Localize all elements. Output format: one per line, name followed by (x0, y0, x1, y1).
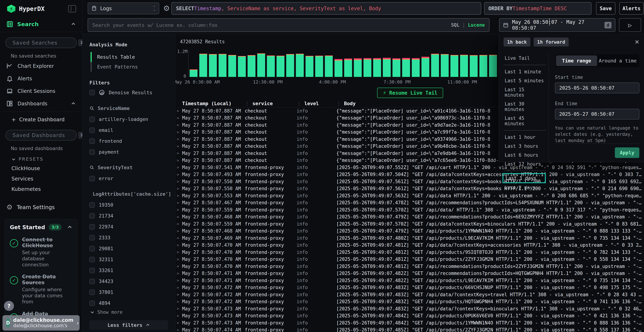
close-icon[interactable]: ✕ (634, 39, 639, 46)
quick-range-last-3-hours[interactable]: Last 3 hours (504, 142, 546, 150)
filter-value-row[interactable]: payment (90, 148, 168, 156)
row-expand-icon[interactable]: > (177, 123, 182, 127)
filter-group-header[interactable]: LogAttributes['cache.size'] (90, 190, 168, 198)
table-row[interactable]: >May 27 8:50:07.467 AMfrontend-proxyinfo… (177, 199, 644, 206)
checkbox[interactable] (90, 202, 95, 208)
chevron-up-icon[interactable] (71, 22, 76, 26)
row-expand-icon[interactable]: > (177, 158, 182, 162)
table-row[interactable]: >May 27 8:50:07.472 AMfrontend-proxyinfo… (177, 284, 644, 291)
histogram-bar[interactable] (383, 58, 391, 77)
save-button[interactable]: Save (596, 2, 616, 15)
row-expand-icon[interactable]: > (177, 186, 182, 191)
shift-1h-forward-button[interactable]: 1h forward (534, 38, 569, 46)
end-time-input[interactable] (555, 109, 639, 120)
histogram-bar[interactable] (199, 54, 207, 77)
sidebar-item-dashboards[interactable]: Dashboards (0, 97, 82, 110)
quick-range-live-tail[interactable]: Live Tail (504, 54, 546, 62)
quick-range-last-15-minutes[interactable]: Last 15 minutes (504, 85, 546, 100)
row-expand-icon[interactable]: > (177, 165, 182, 170)
table-row[interactable]: >May 27 8:50:07.550 AMfrontend-proxyinfo… (177, 178, 644, 185)
row-expand-icon[interactable]: > (177, 250, 182, 254)
checkbox[interactable] (90, 300, 95, 306)
sidebar-item-team-settings[interactable]: ⚙ Team Settings (0, 194, 82, 213)
row-expand-icon[interactable]: > (177, 264, 182, 268)
table-row[interactable]: >May 27 8:50:07.473 AMfrontend-proxyinfo… (177, 305, 644, 312)
source-settings-gear-icon[interactable]: ⚙ (163, 4, 170, 13)
filter-value-row[interactable]: 21734 (90, 212, 168, 220)
drag-handle-icon[interactable]: ⋮ (336, 101, 341, 106)
saved-searches-input[interactable] (12, 40, 75, 46)
histogram-bar[interactable] (257, 53, 265, 77)
date-range-input[interactable]: May 26 08:50:07 - May 27 08:50:07 d (499, 18, 616, 32)
quick-range-last-30-minutes[interactable]: Last 30 minutes (504, 100, 546, 114)
checkbox[interactable] (90, 138, 95, 144)
row-expand-icon[interactable]: > (177, 229, 182, 233)
row-expand-icon[interactable]: > (177, 179, 182, 184)
histogram-bar[interactable] (422, 57, 429, 77)
sidebar-item-search[interactable]: Search (0, 16, 82, 32)
user-menu[interactable]: D dale@clickhouse.com dale@clickhouse.co… (2, 315, 80, 330)
histogram-bar[interactable] (373, 58, 381, 77)
histogram-bar[interactable] (354, 58, 362, 77)
table-row[interactable]: >May 27 8:50:07.471 AMfrontend-proxyinfo… (177, 277, 644, 284)
quick-range-last-12-hours[interactable]: Last 12 hours (504, 160, 546, 168)
filter-value-row[interactable]: 29081 (90, 244, 168, 253)
table-row[interactable]: >May 27 8:50:07.474 AMfrontend-proxyinfo… (177, 326, 644, 332)
histogram-bar[interactable] (238, 56, 246, 77)
table-row[interactable]: >May 27 8:50:07.469 AMfrontend-proxyinfo… (177, 234, 644, 242)
quick-range-last-5-minutes[interactable]: Last 5 minutes (504, 76, 546, 85)
histogram-bar[interactable] (364, 58, 371, 77)
quick-range-last-2-days[interactable]: Last 2 days (504, 183, 546, 192)
analysis-mode-event-patterns[interactable]: Event Patterns (90, 62, 168, 72)
row-expand-icon[interactable]: > (177, 200, 182, 205)
histogram-bar[interactable] (228, 55, 236, 77)
alerts-button[interactable]: Alerts (619, 2, 644, 15)
saved-dashboards-input[interactable] (12, 132, 75, 138)
sidebar-preset-clickhouse[interactable]: ClickHouse (0, 163, 82, 174)
start-time-input[interactable] (555, 82, 639, 94)
row-expand-icon[interactable]: > (177, 278, 182, 283)
quick-range-last-45-minutes[interactable]: Last 45 minutes (504, 114, 546, 128)
table-row[interactable]: >May 27 8:50:07.473 AMfrontend-proxyinfo… (177, 319, 644, 326)
histogram-bar[interactable] (402, 58, 410, 77)
row-expand-icon[interactable]: > (177, 314, 182, 318)
row-expand-icon[interactable]: > (177, 306, 182, 311)
filter-value-row[interactable]: 2333 (90, 234, 168, 242)
lucene-mode-toggle[interactable]: Lucene (468, 22, 485, 28)
checkbox[interactable] (90, 128, 95, 133)
row-expand-icon[interactable]: > (177, 320, 182, 325)
row-expand-icon[interactable]: > (177, 257, 182, 262)
row-expand-icon[interactable]: > (177, 300, 182, 304)
table-row[interactable]: >May 27 8:50:07.553 AMfrontend-proxyinfo… (177, 192, 644, 199)
row-expand-icon[interactable]: > (177, 116, 182, 120)
table-row[interactable]: >May 27 8:50:07.470 AMfrontend-proxyinfo… (177, 242, 644, 249)
quick-range-last-1-days[interactable]: Last 1 days (502, 173, 546, 183)
checkbox[interactable] (90, 268, 95, 273)
row-expand-icon[interactable]: > (177, 328, 182, 332)
row-expand-icon[interactable]: > (177, 172, 182, 177)
histogram-bar[interactable] (480, 55, 487, 77)
filter-value-row[interactable]: 37801 (90, 288, 168, 296)
table-row[interactable]: >May 27 8:50:07.470 AMfrontend-proxyinfo… (177, 249, 644, 256)
table-row[interactable]: >May 27 8:50:07.559 AMfrontend-proxyinfo… (177, 220, 644, 228)
row-expand-icon[interactable]: > (177, 271, 182, 276)
row-expand-icon[interactable]: > (177, 208, 182, 212)
histogram-bar[interactable] (325, 56, 333, 77)
histogram-bar[interactable] (334, 59, 342, 77)
lucene-search-box[interactable]: SQL | Lucene (88, 18, 490, 32)
run-query-button[interactable]: ▷ (619, 18, 641, 32)
histogram-bar[interactable] (276, 56, 284, 77)
help-button[interactable]: ? (4, 301, 14, 311)
histogram-bar[interactable] (460, 55, 468, 77)
quick-range-last-1-minute[interactable]: Last 1 minute (504, 67, 546, 76)
histogram-bar[interactable] (248, 55, 256, 77)
histogram-bar[interactable] (306, 56, 314, 77)
sidebar-preset-kubernetes[interactable]: Kubernetes (0, 184, 82, 194)
col-service[interactable]: ⋮service (245, 101, 296, 106)
col-timestamp[interactable]: Timestamp (Local) (182, 101, 245, 106)
histogram-bar[interactable] (392, 58, 400, 77)
histogram-bar[interactable] (470, 55, 478, 77)
filter-group-header[interactable]: ServiceName (90, 104, 168, 112)
table-row[interactable]: >May 27 8:50:07.470 AMfrontend-proxyinfo… (177, 263, 644, 270)
less-filters-button[interactable]: Less filters (90, 320, 168, 330)
